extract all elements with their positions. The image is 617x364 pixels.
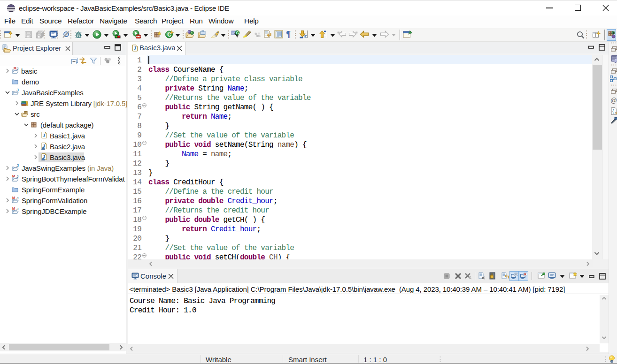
svg-text:J: J [16,197,18,200]
svg-text:J: J [16,207,18,211]
svg-text:M: M [12,207,15,210]
svg-text:M: M [12,197,15,199]
svg-text:J: J [16,164,19,168]
svg-text:¶: ¶ [286,30,291,38]
svg-text:J: J [43,133,45,138]
svg-text:C: C [236,30,239,35]
svg-text:J: J [16,89,19,92]
svg-text:J: J [612,31,614,35]
svg-text:J: J [134,46,136,51]
svg-text:M: M [12,175,15,178]
svg-text:J: J [16,67,18,71]
svg-text:J: J [16,175,18,179]
